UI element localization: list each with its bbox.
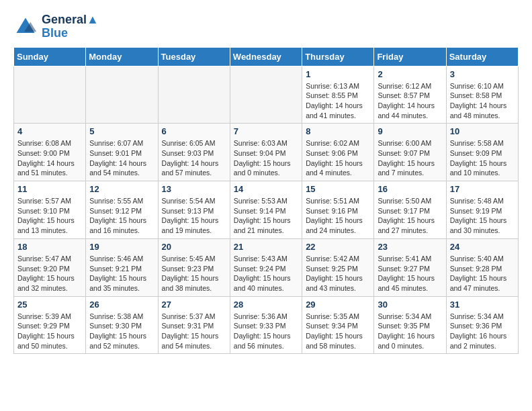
calendar-cell: 16Sunrise: 5:50 AMSunset: 9:17 PMDayligh… [374, 181, 446, 239]
day-number: 11 [17, 184, 82, 194]
day-number: 18 [17, 242, 82, 252]
day-number: 24 [450, 242, 515, 252]
day-info: Sunrise: 5:45 AMSunset: 9:23 PMDaylight:… [162, 254, 226, 293]
day-number: 20 [162, 242, 226, 252]
day-info: Sunrise: 5:57 AMSunset: 9:10 PMDaylight:… [17, 196, 82, 236]
day-info: Sunrise: 5:50 AMSunset: 9:17 PMDaylight:… [378, 196, 442, 236]
day-number: 10 [450, 126, 515, 136]
week-row-4: 18Sunrise: 5:47 AMSunset: 9:20 PMDayligh… [14, 238, 519, 296]
day-number: 8 [306, 126, 370, 136]
calendar-cell: 28Sunrise: 5:36 AMSunset: 9:33 PMDayligh… [230, 296, 302, 354]
calendar-cell [230, 66, 302, 124]
calendar-cell: 19Sunrise: 5:46 AMSunset: 9:21 PMDayligh… [86, 238, 158, 296]
week-row-5: 25Sunrise: 5:39 AMSunset: 9:29 PMDayligh… [14, 296, 519, 354]
calendar-cell: 30Sunrise: 5:34 AMSunset: 9:35 PMDayligh… [374, 296, 446, 354]
calendar-cell [158, 66, 230, 124]
day-info: Sunrise: 5:42 AMSunset: 9:25 PMDaylight:… [306, 254, 370, 293]
day-info: Sunrise: 5:51 AMSunset: 9:16 PMDaylight:… [306, 196, 370, 236]
calendar-cell: 4Sunrise: 6:08 AMSunset: 9:00 PMDaylight… [14, 124, 86, 181]
day-info: Sunrise: 6:02 AMSunset: 9:06 PMDaylight:… [306, 138, 370, 178]
calendar-cell: 14Sunrise: 5:53 AMSunset: 9:14 PMDayligh… [230, 181, 302, 239]
calendar-cell: 23Sunrise: 5:41 AMSunset: 9:27 PMDayligh… [374, 238, 446, 296]
calendar-cell: 25Sunrise: 5:39 AMSunset: 9:29 PMDayligh… [14, 296, 86, 354]
logo: General▲ Blue [13, 13, 99, 40]
day-header-tuesday: Tuesday [158, 47, 230, 66]
calendar-cell: 20Sunrise: 5:45 AMSunset: 9:23 PMDayligh… [158, 238, 230, 296]
logo-icon [13, 15, 38, 39]
calendar-cell: 21Sunrise: 5:43 AMSunset: 9:24 PMDayligh… [230, 238, 302, 296]
calendar-table: SundayMondayTuesdayWednesdayThursdayFrid… [13, 47, 519, 355]
day-info: Sunrise: 6:03 AMSunset: 9:04 PMDaylight:… [234, 138, 298, 178]
day-info: Sunrise: 5:46 AMSunset: 9:21 PMDaylight:… [89, 254, 154, 293]
day-info: Sunrise: 5:40 AMSunset: 9:28 PMDaylight:… [450, 254, 515, 293]
calendar-cell: 15Sunrise: 5:51 AMSunset: 9:16 PMDayligh… [302, 181, 374, 239]
day-info: Sunrise: 5:36 AMSunset: 9:33 PMDaylight:… [234, 312, 298, 351]
day-number: 31 [450, 300, 515, 310]
day-info: Sunrise: 5:58 AMSunset: 9:09 PMDaylight:… [450, 138, 515, 178]
day-info: Sunrise: 5:35 AMSunset: 9:34 PMDaylight:… [306, 312, 370, 351]
calendar-cell: 22Sunrise: 5:42 AMSunset: 9:25 PMDayligh… [302, 238, 374, 296]
day-number: 14 [234, 184, 298, 194]
day-header-thursday: Thursday [302, 47, 374, 66]
day-number: 21 [234, 242, 298, 252]
day-number: 30 [378, 300, 442, 310]
day-info: Sunrise: 6:07 AMSunset: 9:01 PMDaylight:… [89, 138, 154, 178]
day-number: 28 [234, 300, 298, 310]
calendar-cell: 27Sunrise: 5:37 AMSunset: 9:31 PMDayligh… [158, 296, 230, 354]
week-row-1: 1Sunrise: 6:13 AMSunset: 8:55 PMDaylight… [14, 66, 519, 124]
calendar-body: 1Sunrise: 6:13 AMSunset: 8:55 PMDaylight… [14, 66, 519, 354]
day-number: 3 [450, 69, 515, 79]
calendar-cell [14, 66, 86, 124]
calendar-cell: 7Sunrise: 6:03 AMSunset: 9:04 PMDaylight… [230, 124, 302, 181]
day-info: Sunrise: 6:12 AMSunset: 8:57 PMDaylight:… [378, 81, 442, 121]
day-number: 1 [306, 69, 370, 79]
day-info: Sunrise: 6:13 AMSunset: 8:55 PMDaylight:… [306, 81, 370, 121]
calendar-cell: 24Sunrise: 5:40 AMSunset: 9:28 PMDayligh… [446, 238, 518, 296]
day-info: Sunrise: 5:38 AMSunset: 9:30 PMDaylight:… [89, 312, 154, 351]
calendar-cell: 12Sunrise: 5:55 AMSunset: 9:12 PMDayligh… [86, 181, 158, 239]
calendar-cell: 1Sunrise: 6:13 AMSunset: 8:55 PMDaylight… [302, 66, 374, 124]
day-number: 13 [162, 184, 226, 194]
calendar-cell: 2Sunrise: 6:12 AMSunset: 8:57 PMDaylight… [374, 66, 446, 124]
day-number: 12 [89, 184, 154, 194]
day-number: 15 [306, 184, 370, 194]
calendar-cell: 18Sunrise: 5:47 AMSunset: 9:20 PMDayligh… [14, 238, 86, 296]
day-number: 4 [17, 126, 82, 136]
logo-text: General▲ Blue [42, 13, 99, 40]
day-number: 7 [234, 126, 298, 136]
day-info: Sunrise: 5:39 AMSunset: 9:29 PMDaylight:… [17, 312, 82, 351]
day-info: Sunrise: 5:53 AMSunset: 9:14 PMDaylight:… [234, 196, 298, 236]
calendar-cell: 26Sunrise: 5:38 AMSunset: 9:30 PMDayligh… [86, 296, 158, 354]
day-info: Sunrise: 6:00 AMSunset: 9:07 PMDaylight:… [378, 138, 442, 178]
calendar-cell: 10Sunrise: 5:58 AMSunset: 9:09 PMDayligh… [446, 124, 518, 181]
day-number: 22 [306, 242, 370, 252]
day-info: Sunrise: 5:41 AMSunset: 9:27 PMDaylight:… [378, 254, 442, 293]
day-number: 25 [17, 300, 82, 310]
day-number: 23 [378, 242, 442, 252]
day-number: 16 [378, 184, 442, 194]
day-info: Sunrise: 5:48 AMSunset: 9:19 PMDaylight:… [450, 196, 515, 236]
calendar-cell: 31Sunrise: 5:34 AMSunset: 9:36 PMDayligh… [446, 296, 518, 354]
calendar-cell [86, 66, 158, 124]
day-header-monday: Monday [86, 47, 158, 66]
day-info: Sunrise: 6:10 AMSunset: 8:58 PMDaylight:… [450, 81, 515, 121]
calendar-cell: 5Sunrise: 6:07 AMSunset: 9:01 PMDaylight… [86, 124, 158, 181]
calendar-cell: 17Sunrise: 5:48 AMSunset: 9:19 PMDayligh… [446, 181, 518, 239]
day-info: Sunrise: 5:37 AMSunset: 9:31 PMDaylight:… [162, 312, 226, 351]
page-header: General▲ Blue [13, 13, 519, 40]
day-info: Sunrise: 5:54 AMSunset: 9:13 PMDaylight:… [162, 196, 226, 236]
day-info: Sunrise: 5:43 AMSunset: 9:24 PMDaylight:… [234, 254, 298, 293]
day-number: 19 [89, 242, 154, 252]
calendar-cell: 11Sunrise: 5:57 AMSunset: 9:10 PMDayligh… [14, 181, 86, 239]
calendar-cell: 29Sunrise: 5:35 AMSunset: 9:34 PMDayligh… [302, 296, 374, 354]
day-info: Sunrise: 5:34 AMSunset: 9:35 PMDaylight:… [378, 312, 442, 351]
day-info: Sunrise: 5:47 AMSunset: 9:20 PMDaylight:… [17, 254, 82, 293]
day-number: 5 [89, 126, 154, 136]
week-row-3: 11Sunrise: 5:57 AMSunset: 9:10 PMDayligh… [14, 181, 519, 239]
day-header-wednesday: Wednesday [230, 47, 302, 66]
day-number: 9 [378, 126, 442, 136]
day-header-friday: Friday [374, 47, 446, 66]
week-row-2: 4Sunrise: 6:08 AMSunset: 9:00 PMDaylight… [14, 124, 519, 181]
calendar-cell: 9Sunrise: 6:00 AMSunset: 9:07 PMDaylight… [374, 124, 446, 181]
day-number: 2 [378, 69, 442, 79]
